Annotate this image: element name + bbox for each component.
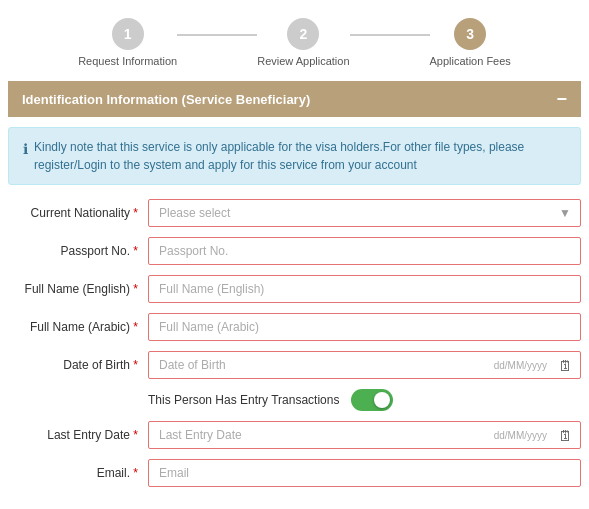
- full-name-english-label: Full Name (English) *: [8, 282, 148, 296]
- dob-control-wrap: dd/MM/yyyy 🗓: [148, 351, 581, 379]
- nationality-select[interactable]: Please select: [148, 199, 581, 227]
- last-entry-date-required: *: [133, 428, 138, 442]
- dob-calendar-icon[interactable]: 🗓: [558, 357, 573, 374]
- step-connector-1: [177, 34, 257, 36]
- full-name-english-required: *: [133, 282, 138, 296]
- passport-input[interactable]: [148, 237, 581, 265]
- last-entry-date-calendar-icon[interactable]: 🗓: [558, 427, 573, 444]
- full-name-english-input[interactable]: [148, 275, 581, 303]
- step-3-circle: 3: [454, 18, 486, 50]
- email-control-wrap: [148, 459, 581, 487]
- full-name-arabic-label: Full Name (Arabic) *: [8, 320, 148, 334]
- full-name-arabic-input[interactable]: [148, 313, 581, 341]
- step-1-circle: 1: [112, 18, 144, 50]
- full-name-english-control-wrap: [148, 275, 581, 303]
- full-name-arabic-control-wrap: [148, 313, 581, 341]
- step-3-label: Application Fees: [430, 55, 511, 67]
- toggle-row: This Person Has Entry Transactions: [148, 389, 581, 411]
- nationality-control-wrap: Please select ▼: [148, 199, 581, 227]
- last-entry-date-control-wrap: dd/MM/yyyy 🗓: [148, 421, 581, 449]
- last-entry-date-label: Last Entry Date *: [8, 428, 148, 442]
- nationality-label: Current Nationality *: [8, 206, 148, 220]
- email-label: Email. *: [8, 466, 148, 480]
- step-3: 3 Application Fees: [430, 18, 511, 67]
- step-2-circle: 2: [287, 18, 319, 50]
- passport-control-wrap: [148, 237, 581, 265]
- step-1: 1 Request Information: [78, 18, 177, 67]
- info-box: ℹ Kindly note that this service is only …: [8, 127, 581, 185]
- email-required: *: [133, 466, 138, 480]
- passport-label: Passport No. *: [8, 244, 148, 258]
- entry-transactions-toggle[interactable]: [351, 389, 393, 411]
- stepper: 1 Request Information 2 Review Applicati…: [0, 0, 589, 81]
- dob-input[interactable]: [148, 351, 581, 379]
- email-row: Email. *: [8, 459, 581, 487]
- full-name-arabic-required: *: [133, 320, 138, 334]
- last-entry-date-row: Last Entry Date * dd/MM/yyyy 🗓: [8, 421, 581, 449]
- full-name-english-row: Full Name (English) *: [8, 275, 581, 303]
- dob-label: Date of Birth *: [8, 358, 148, 372]
- full-name-arabic-row: Full Name (Arabic) *: [8, 313, 581, 341]
- section-header: Identification Information (Service Bene…: [8, 81, 581, 117]
- toggle-label: This Person Has Entry Transactions: [148, 393, 339, 407]
- email-input[interactable]: [148, 459, 581, 487]
- info-icon: ℹ: [23, 139, 28, 160]
- dob-row: Date of Birth * dd/MM/yyyy 🗓: [8, 351, 581, 379]
- form: Current Nationality * Please select ▼ Pa…: [0, 195, 589, 507]
- step-2: 2 Review Application: [257, 18, 349, 67]
- passport-row: Passport No. *: [8, 237, 581, 265]
- passport-required: *: [133, 244, 138, 258]
- step-connector-2: [350, 34, 430, 36]
- last-entry-date-input[interactable]: [148, 421, 581, 449]
- section-title: Identification Information (Service Bene…: [22, 92, 310, 107]
- collapse-button[interactable]: −: [556, 90, 567, 108]
- nationality-required: *: [133, 206, 138, 220]
- info-message: Kindly note that this service is only ap…: [34, 138, 566, 174]
- nationality-row: Current Nationality * Please select ▼: [8, 199, 581, 227]
- step-1-label: Request Information: [78, 55, 177, 67]
- dob-required: *: [133, 358, 138, 372]
- step-2-label: Review Application: [257, 55, 349, 67]
